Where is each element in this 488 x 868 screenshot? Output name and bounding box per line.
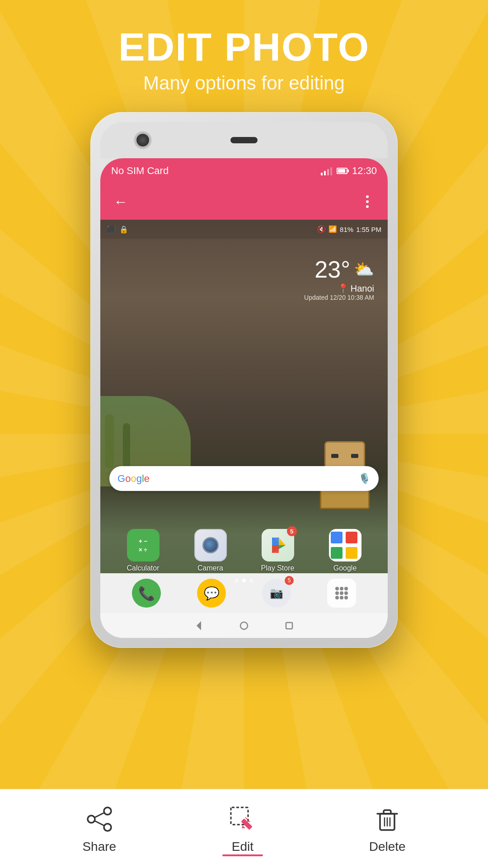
time-display: 12:30 [352, 165, 377, 177]
play-store-icon: 5 [262, 529, 294, 561]
notification-icon: ⬛ [107, 225, 116, 234]
app-grid: +− ×÷ Calculator Camera [100, 529, 388, 572]
google-grid-4 [346, 547, 357, 559]
dock-phone[interactable]: 📞 [132, 579, 161, 608]
weather-temperature: 23° [314, 256, 350, 283]
google-label: Google [333, 564, 357, 572]
share-button[interactable]: Share [82, 803, 116, 854]
screen-content: ⬛ 🔒 🔇 📶 81% 1:55 PM 23° [100, 220, 388, 613]
signal-bar-3 [327, 169, 329, 175]
svg-point-11 [340, 596, 343, 599]
calc-grid: +− ×÷ [139, 538, 147, 553]
google-grid-2 [346, 532, 357, 543]
svg-rect-15 [286, 623, 292, 629]
mute-icon: 🔇 [317, 225, 326, 233]
page-dots [100, 579, 388, 582]
delete-icon [371, 803, 403, 835]
play-store-badge: 5 [287, 526, 297, 536]
back-button[interactable]: ← [109, 190, 132, 213]
city-name: Hanoi [351, 283, 374, 294]
phone-nav-bar [100, 613, 388, 638]
camera-label: Camera [197, 564, 223, 572]
inner-status-right: 🔇 📶 81% 1:55 PM [317, 225, 381, 233]
svg-point-16 [104, 807, 111, 815]
app-status-bar: No SIM Card 12:30 [100, 158, 388, 184]
battery-fill [338, 169, 345, 173]
front-camera [136, 134, 149, 146]
edit-underline [222, 854, 263, 856]
weather-updated: Updated 12/20 10:38 AM [304, 294, 374, 301]
photos-icon: 📷 [270, 587, 283, 599]
svg-point-14 [240, 622, 248, 629]
dot-2 [366, 200, 369, 203]
nav-home[interactable] [235, 617, 253, 635]
dot-1 [366, 195, 369, 198]
mic-icon[interactable]: 🎙️ [358, 473, 371, 485]
edit-icon [227, 803, 258, 835]
play-triangle-icon [268, 536, 287, 555]
edit-label: Edit [232, 840, 253, 854]
nav-back[interactable] [190, 617, 208, 635]
dock-apps[interactable] [327, 579, 356, 608]
google-search-bar[interactable]: Google 🎙️ [109, 466, 379, 491]
phone-mockup: No SIM Card 12:30 [90, 112, 398, 648]
share-icon [84, 803, 115, 835]
signal-bar-1 [321, 173, 323, 175]
google-logo: Google [117, 473, 150, 485]
dock-messages[interactable]: 💬 [197, 579, 226, 608]
svg-marker-2 [272, 545, 279, 553]
share-label: Share [82, 840, 116, 854]
svg-marker-1 [272, 538, 279, 545]
svg-point-18 [104, 824, 111, 831]
google-grid-1 [331, 532, 343, 543]
svg-point-5 [340, 587, 343, 590]
nav-recents[interactable] [280, 617, 298, 635]
status-right: 12:30 [321, 165, 377, 177]
dot-page-2 [242, 579, 246, 582]
svg-line-19 [95, 813, 104, 817]
svg-point-8 [340, 591, 343, 595]
svg-marker-23 [242, 826, 245, 828]
dock-photos[interactable]: 📷 5 [262, 579, 291, 608]
grid-dots-icon [333, 585, 350, 601]
app-camera[interactable]: Camera [188, 529, 233, 572]
svg-marker-3 [279, 538, 286, 545]
svg-point-6 [344, 587, 348, 590]
app-google[interactable]: Google [323, 529, 368, 572]
inner-battery-percent: 81% [340, 226, 353, 233]
edit-button[interactable]: Edit [227, 803, 258, 854]
weather-widget: 23° ⛅ 📍 Hanoi Updated 12/20 10:38 AM [304, 256, 374, 301]
svg-marker-13 [197, 621, 201, 630]
calculator-label: Calculator [127, 564, 159, 572]
phone-outer: No SIM Card 12:30 [90, 112, 398, 648]
carrier-text: No SIM Card [111, 165, 321, 177]
app-bar: ← [100, 184, 388, 220]
signal-bar-4 [330, 167, 332, 175]
dot-page-3 [249, 579, 253, 582]
more-options-button[interactable] [356, 190, 379, 213]
app-calculator[interactable]: +− ×÷ Calculator [121, 529, 166, 572]
phone-icon: 📞 [138, 585, 155, 601]
dot-3 [366, 205, 369, 208]
messages-icon: 💬 [204, 586, 220, 601]
wifi-icon: 📶 [328, 225, 337, 233]
delete-button[interactable]: Delete [369, 803, 406, 854]
lock-icon: 🔒 [119, 225, 128, 234]
phone-top [100, 122, 388, 158]
app-play-store[interactable]: 5 Play Store [255, 529, 300, 572]
svg-point-9 [344, 591, 348, 595]
signal-bar-2 [324, 171, 326, 175]
camera-icon [194, 529, 227, 561]
dot-page-1 [235, 579, 239, 582]
google-grid-3 [331, 547, 343, 559]
weather-city: 📍 Hanoi [304, 283, 374, 294]
svg-point-10 [335, 596, 339, 599]
svg-line-20 [95, 821, 104, 826]
bottom-toolbar: Share Edit [0, 789, 488, 868]
camera-lens [202, 537, 219, 553]
inner-time: 1:55 PM [356, 226, 381, 233]
back-arrow-icon: ← [113, 193, 128, 210]
inner-status-bar: ⬛ 🔒 🔇 📶 81% 1:55 PM [100, 220, 388, 239]
inner-status-left: ⬛ 🔒 [107, 225, 128, 234]
google-icon [329, 529, 361, 561]
